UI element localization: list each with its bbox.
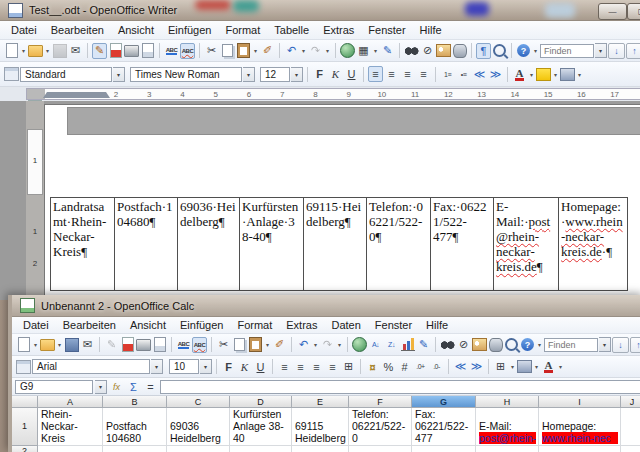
table-cell[interactable]: 69115·Heidelberg¶ [304,197,367,291]
hyperlink-button[interactable] [352,337,367,353]
redo-button[interactable]: ↷ [320,337,335,353]
formula-button[interactable]: = [143,379,158,395]
spellcheck-button[interactable]: ABC [164,43,179,59]
font-size-combo[interactable]: 12 [260,67,290,82]
hyperlink-button[interactable] [340,43,355,59]
find-replace-button[interactable] [440,337,455,353]
formula-input[interactable] [160,380,640,394]
column-header-a[interactable]: A [38,396,103,408]
italic-button[interactable]: K [328,66,343,82]
empty-cell[interactable] [292,446,349,452]
cell-g1[interactable]: Fax: 06221/522- 477 [412,408,476,446]
align-justify-button[interactable]: ≡ [325,359,340,375]
help-button[interactable]: ? [520,337,535,353]
table-cell[interactable]: Homepage:·www.rhein-neckar-kreis.de·¶ [559,197,628,291]
style-combo-dropdown[interactable]: ▾ [113,67,125,82]
cell-h1[interactable]: E-Mail:post@rhein-ne [476,408,539,446]
undo-button[interactable]: ↶ [296,337,311,353]
name-box-dropdown[interactable]: ▾ [95,380,107,394]
find-previous-button[interactable]: ↑ [630,337,640,353]
italic-button[interactable]: K [237,359,252,375]
copy-button[interactable] [220,43,235,59]
new-document-button[interactable] [16,337,31,353]
column-header-e[interactable]: E [292,396,349,408]
numbered-list-button[interactable]: 1≡ [440,66,455,82]
menu-daten[interactable]: Daten [324,316,367,334]
font-size-combo[interactable]: 10 [169,359,199,374]
paste-dropdown[interactable]: ▾ [264,341,271,348]
find-next-button[interactable]: ↓ [608,43,625,59]
highlighting-button[interactable] [536,66,551,82]
empty-cell[interactable] [38,446,103,452]
increase-indent-button[interactable]: ≫ [469,359,484,375]
font-color-button[interactable]: A [512,66,527,82]
cut-button[interactable]: ✂ [216,337,231,353]
align-left-button[interactable]: ≡ [277,359,292,375]
font-combo-dropdown[interactable]: ▾ [243,67,255,82]
cut-button[interactable]: ✂ [204,43,219,59]
find-input[interactable] [544,338,598,352]
align-justify-button[interactable]: ≡ [416,66,431,82]
undo-button[interactable]: ↶ [284,43,299,59]
column-header-d[interactable]: D [230,396,292,408]
table-cell[interactable]: Landratsamt·Rhein-Neckar-Kreis¶ [50,197,115,291]
new-document-dropdown[interactable]: ▾ [32,341,39,348]
table-cell[interactable]: Telefon:·06221/522-0¶ [367,197,431,291]
menu-ansicht[interactable]: Ansicht [123,316,173,334]
writer-titlebar[interactable]: Test__.odt - OpenOffice Writer — ▢ [0,0,640,21]
column-header-b[interactable]: B [103,396,167,408]
align-right-button[interactable]: ≡ [400,66,415,82]
align-right-button[interactable]: ≡ [309,359,324,375]
background-color-dropdown[interactable]: ▾ [533,363,540,370]
select-all-corner[interactable] [12,396,38,408]
increase-indent-button[interactable]: ≫ [488,66,503,82]
decrease-indent-button[interactable]: ≪ [472,66,487,82]
auto-spellcheck-button[interactable]: ABC [192,337,207,353]
gallery-button[interactable] [472,337,487,353]
table-cell[interactable]: 69036·Heidelberg¶ [178,197,240,291]
calc-titlebar[interactable]: Unbenannt 2 - OpenOffice Calc [12,295,640,317]
decrease-indent-button[interactable]: ≪ [453,359,468,375]
open-dropdown[interactable]: ▾ [56,341,63,348]
paragraph-style-combo[interactable]: Standard [20,67,112,82]
horizontal-ruler[interactable]: 1234567891011121314151617 [26,88,640,100]
gallery-button[interactable] [436,43,451,59]
number-format-percent-button[interactable]: % [381,359,396,375]
email-link[interactable]: post@rhein-ne [479,432,536,444]
styles-button[interactable] [16,359,31,375]
insert-chart-button[interactable] [400,337,415,353]
menu-hilfe[interactable]: Hilfe [413,21,449,39]
menu-datei[interactable]: Datei [16,316,56,334]
print-button[interactable] [124,43,139,59]
menu-ansicht[interactable]: Ansicht [111,21,161,39]
sort-ascending-button[interactable]: A↓ [368,337,383,353]
page-preview-button[interactable] [140,43,155,59]
font-color-dropdown[interactable]: ▾ [528,71,535,78]
align-left-button[interactable]: ≡ [368,66,383,82]
cell-reference-box[interactable]: G9 [15,380,93,394]
format-paintbrush-button[interactable]: ✐ [260,43,275,59]
styles-button[interactable] [4,66,19,82]
navigator-button[interactable]: ⊘ [420,43,435,59]
menu-einfuegen[interactable]: Einfügen [173,316,230,334]
underline-button[interactable]: U [344,66,359,82]
export-pdf-button[interactable] [108,43,123,59]
zoom-button[interactable] [504,337,519,353]
bullet-list-button[interactable]: •≡ [456,66,471,82]
size-combo-dropdown[interactable]: ▾ [291,67,303,82]
menu-bearbeiten[interactable]: Bearbeiten [56,316,123,334]
maximize-button[interactable]: ▢ [627,3,640,20]
toolbar-overflow[interactable]: ▾ [536,341,543,348]
table-cell[interactable]: Fax:·06221/522-477¶ [431,197,494,291]
empty-cell[interactable] [621,446,640,452]
indent-marker[interactable] [69,92,110,98]
table-cell[interactable]: E-Mail:·post@rhein-neckar-kreis.de¶ [494,197,559,291]
size-combo-dropdown[interactable]: ▾ [200,359,212,374]
font-color-dropdown[interactable]: ▾ [557,363,564,370]
function-wizard-button[interactable]: fx [109,379,124,395]
merge-cells-button[interactable]: ⊞ [341,359,356,375]
empty-cell[interactable] [539,446,621,452]
column-header-h[interactable]: H [476,396,539,408]
menu-einfuegen[interactable]: Einfügen [161,21,218,39]
find-replace-button[interactable] [404,43,419,59]
